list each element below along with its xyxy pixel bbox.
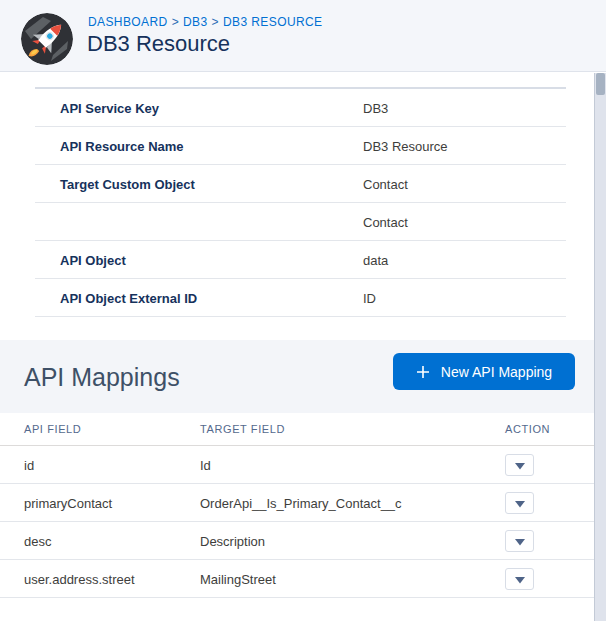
breadcrumb-current[interactable]: DB3 RESOURCE	[223, 15, 323, 29]
breadcrumb-dashboard-link[interactable]: DASHBOARD	[88, 15, 168, 29]
detail-value: DB3	[363, 100, 388, 115]
breadcrumb: DASHBOARD>DB3>DB3 RESOURCE	[88, 15, 323, 29]
resource-details: API Service Key DB3 API Resource Name DB…	[0, 72, 594, 317]
row-action-dropdown-button[interactable]	[505, 530, 534, 552]
column-header-target-field: TARGET FIELD	[200, 423, 285, 435]
detail-label: API Resource Name	[60, 138, 184, 153]
breadcrumb-separator: >	[212, 15, 219, 29]
api-field-cell: primaryContact	[24, 495, 112, 510]
new-api-mapping-button[interactable]: New API Mapping	[393, 353, 575, 390]
dropdown-triangle-icon	[515, 458, 525, 473]
breadcrumb-separator: >	[172, 15, 179, 29]
table-header-row: API FIELD TARGET FIELD ACTION	[0, 413, 594, 446]
new-api-mapping-label: New API Mapping	[441, 364, 552, 380]
row-action-dropdown-button[interactable]	[505, 492, 534, 514]
detail-label: Target Custom Object	[60, 176, 195, 191]
column-header-api-field: API FIELD	[24, 423, 81, 435]
dropdown-triangle-icon	[515, 496, 525, 511]
vertical-scrollbar[interactable]	[594, 73, 606, 621]
target-field-cell: Id	[200, 457, 211, 472]
breadcrumb-db3-link[interactable]: DB3	[183, 15, 208, 29]
column-header-action: ACTION	[505, 423, 550, 435]
detail-rows-container: API Service Key DB3 API Resource Name DB…	[0, 89, 594, 317]
detail-row: API Object External ID ID	[35, 279, 566, 317]
detail-row: API Resource Name DB3 Resource	[35, 127, 566, 165]
target-field-cell: OrderApi__Is_Primary_Contact__c	[200, 495, 402, 510]
detail-value: Contact	[363, 176, 408, 191]
row-action-dropdown-button[interactable]	[505, 568, 534, 590]
mapping-table-row: desc Description	[0, 522, 594, 560]
detail-value: Contact	[363, 214, 408, 229]
api-field-cell: user.address.street	[24, 571, 135, 586]
api-mappings-table: API FIELD TARGET FIELD ACTION id Id prim…	[0, 413, 594, 598]
row-action-dropdown-button[interactable]	[505, 454, 534, 476]
plus-icon	[416, 365, 430, 379]
detail-row: Target Custom Object Contact	[35, 165, 566, 203]
mapping-rows-container: id Id primaryContact OrderApi__Is_Primar…	[0, 446, 594, 598]
scrollbar-thumb[interactable]	[596, 73, 605, 95]
detail-value: data	[363, 252, 388, 267]
api-field-cell: desc	[24, 533, 51, 548]
page-header: DASHBOARD>DB3>DB3 RESOURCE DB3 Resource	[0, 0, 606, 72]
target-field-cell: MailingStreet	[200, 571, 276, 586]
detail-value: ID	[363, 290, 376, 305]
detail-row: Contact	[35, 203, 566, 241]
dropdown-triangle-icon	[515, 572, 525, 587]
db3-resource-page: DASHBOARD>DB3>DB3 RESOURCE DB3 Resource …	[0, 0, 606, 621]
mapping-table-row: user.address.street MailingStreet	[0, 560, 594, 598]
section-title: API Mappings	[24, 362, 180, 391]
mapping-table-row: primaryContact OrderApi__Is_Primary_Cont…	[0, 484, 594, 522]
target-field-cell: Description	[200, 533, 265, 548]
rocket-avatar-icon	[21, 13, 73, 65]
api-mappings-section: API Mappings New API Mapping	[0, 340, 594, 413]
detail-row: API Object data	[35, 241, 566, 279]
detail-row: API Service Key DB3	[35, 89, 566, 127]
mapping-table-row: id Id	[0, 446, 594, 484]
detail-label: API Object	[60, 252, 126, 267]
dropdown-triangle-icon	[515, 534, 525, 549]
api-field-cell: id	[24, 457, 34, 472]
detail-label: API Service Key	[60, 100, 159, 115]
detail-label: API Object External ID	[60, 290, 197, 305]
detail-value: DB3 Resource	[363, 138, 448, 153]
page-title: DB3 Resource	[87, 31, 230, 57]
